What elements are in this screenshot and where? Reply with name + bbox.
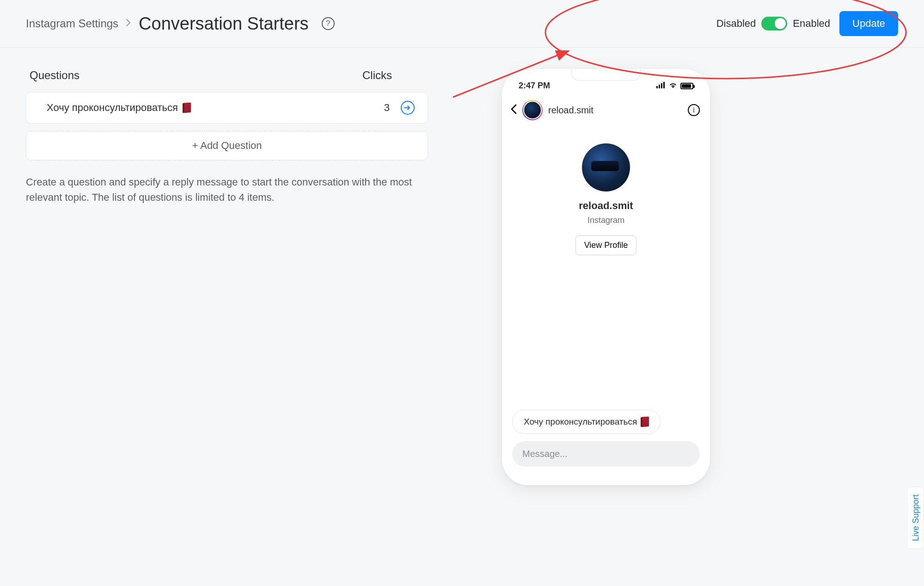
main-content: Questions Clicks Хочу проконсультировать… (0, 48, 924, 485)
reply-icon[interactable] (401, 101, 415, 115)
profile-name: reload.smit (579, 200, 633, 212)
help-text: Create a question and specify a reply me… (26, 174, 423, 205)
svg-rect-3 (663, 82, 665, 88)
col-clicks-label: Clicks (362, 69, 392, 82)
enabled-toggle-group: Disabled Enabled (716, 17, 830, 31)
header-actions: Disabled Enabled Update (716, 11, 898, 36)
breadcrumb-parent[interactable]: Instagram Settings (26, 17, 118, 30)
phone-mock: 2:47 PM reload.smit i (502, 69, 710, 485)
chat-username[interactable]: reload.smit (548, 105, 682, 116)
question-text: Хочу проконсультироваться (47, 102, 380, 114)
avatar-story-ring[interactable] (522, 100, 543, 120)
add-question-button[interactable]: + Add Question (26, 131, 428, 160)
preview-panel: 2:47 PM reload.smit i (502, 69, 898, 485)
table-row[interactable]: Хочу проконсультироваться 3 (26, 92, 428, 123)
back-icon[interactable] (510, 104, 517, 116)
avatar (523, 101, 542, 119)
battery-icon (680, 83, 693, 89)
svg-rect-0 (656, 86, 658, 88)
profile-block: reload.smit Instagram View Profile (502, 143, 710, 255)
col-questions-label: Questions (30, 69, 80, 82)
phone-status-icons (656, 81, 693, 91)
message-input[interactable]: Message... (512, 441, 700, 467)
toggle-knob (775, 18, 786, 29)
questions-panel: Questions Clicks Хочу проконсультировать… (26, 69, 428, 205)
starter-chip-label: Хочу проконсультироваться (524, 417, 637, 427)
chevron-right-icon (126, 19, 131, 29)
profile-avatar[interactable] (582, 143, 630, 191)
chat-bottom: Хочу проконсультироваться Message... (502, 410, 710, 474)
phone-time: 2:47 PM (519, 81, 550, 91)
wifi-icon (668, 81, 678, 91)
question-label: Хочу проконсультироваться (47, 102, 178, 114)
book-icon (641, 416, 649, 427)
svg-rect-2 (661, 83, 662, 88)
live-support-tab[interactable]: Live Support (908, 487, 924, 549)
phone-notch (571, 69, 641, 81)
toggle-enabled-label: Enabled (793, 18, 830, 30)
book-icon (183, 102, 191, 113)
info-icon[interactable]: i (688, 104, 700, 116)
conversation-starter-chip[interactable]: Хочу проконсультироваться (512, 410, 661, 434)
view-profile-button[interactable]: View Profile (575, 235, 637, 255)
breadcrumb: Instagram Settings Conversation Starters… (26, 14, 335, 34)
help-icon[interactable]: ? (322, 17, 335, 30)
profile-subtitle: Instagram (587, 216, 624, 225)
page-header: Instagram Settings Conversation Starters… (0, 0, 924, 48)
toggle-disabled-label: Disabled (716, 18, 756, 30)
enabled-toggle[interactable] (761, 17, 787, 31)
chat-header: reload.smit i (502, 93, 710, 127)
signal-icon (656, 81, 666, 91)
svg-rect-1 (659, 85, 660, 88)
table-header: Questions Clicks (26, 69, 428, 82)
page-title: Conversation Starters (139, 14, 309, 34)
clicks-value: 3 (380, 102, 390, 114)
update-button[interactable]: Update (839, 11, 898, 36)
